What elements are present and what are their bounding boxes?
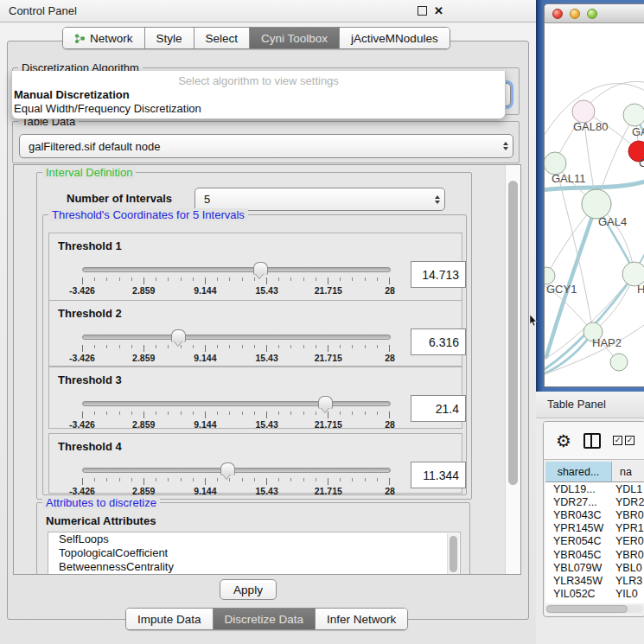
list-scrollbar[interactable] bbox=[447, 533, 459, 575]
cell-name[interactable]: YER0 bbox=[611, 535, 644, 547]
checkbox-icon[interactable]: ✓ bbox=[625, 436, 634, 445]
table-row[interactable]: YER054CYER0 bbox=[545, 535, 644, 548]
scale-tick-label: 28 bbox=[385, 285, 395, 296]
number-of-intervals-combobox[interactable]: 5 bbox=[194, 188, 445, 211]
scale-tick-label: 2.859 bbox=[132, 486, 155, 496]
slider-track[interactable] bbox=[82, 335, 391, 340]
threshold-panel-3: Threshold 3-3.4262.8599.14415.4321.71528… bbox=[48, 367, 462, 429]
scale-tick-label: 9.144 bbox=[194, 486, 216, 496]
tab-jactivemnodules[interactable]: jActiveMNodules bbox=[340, 28, 450, 48]
cell-name[interactable]: YDL1 bbox=[611, 483, 644, 495]
threshold-value-field[interactable]: 6.316 bbox=[411, 328, 466, 355]
network-graph[interactable]: GAL80GACGAL11GAL4GCY1HHAP2 bbox=[545, 23, 644, 386]
table-row[interactable]: YBR045CYBR0 bbox=[545, 548, 644, 561]
cell-name[interactable]: YIL0 bbox=[611, 588, 644, 600]
list-item-betweennesscentrality[interactable]: BetweennessCentrality bbox=[48, 560, 460, 574]
network-node[interactable] bbox=[610, 354, 628, 371]
tab-impute-data[interactable]: Impute Data bbox=[126, 609, 214, 629]
scale-tick-label: -3.426 bbox=[69, 353, 95, 363]
cell-name[interactable]: YDR2 bbox=[611, 496, 644, 508]
apply-button[interactable]: Apply bbox=[220, 579, 277, 600]
slider-track[interactable] bbox=[82, 468, 391, 473]
cell-name[interactable]: YBL0 bbox=[611, 562, 644, 574]
cell-name[interactable]: YLR3 bbox=[611, 575, 644, 587]
table-data-value: galFiltered.sif default node bbox=[20, 140, 498, 153]
cell-name[interactable]: YBR0 bbox=[611, 509, 644, 521]
table-header: shared... na bbox=[545, 462, 644, 482]
numerical-attributes-list[interactable]: SelfLoopsTopologicalCoefficientBetweenne… bbox=[48, 532, 461, 575]
table-data-combobox[interactable]: galFiltered.sif default node bbox=[19, 134, 513, 158]
cell-shared-name[interactable]: YDL19... bbox=[545, 483, 611, 495]
list-item-topologicalcoefficient[interactable]: TopologicalCoefficient bbox=[48, 546, 460, 560]
scale-tick-label: 2.859 bbox=[132, 285, 155, 296]
popup-item-equal-width-frequency[interactable]: Equal Width/Frequency Discretization bbox=[12, 101, 505, 115]
close-icon[interactable]: ✕ bbox=[434, 6, 443, 16]
cell-shared-name[interactable]: YLR345W bbox=[545, 575, 611, 587]
scale-tick-label: 15.43 bbox=[255, 486, 277, 496]
vertical-scrollbar[interactable] bbox=[505, 165, 520, 574]
threshold-value-field[interactable]: 14.713 bbox=[411, 261, 466, 288]
table-row[interactable]: YDR27...YDR2 bbox=[545, 495, 644, 508]
table-row[interactable]: YBR043CYBR0 bbox=[545, 508, 644, 521]
threshold-value-field[interactable]: 21.4 bbox=[411, 395, 466, 422]
network-view[interactable]: GAL80GACGAL11GAL4GCY1HHAP2 bbox=[545, 23, 644, 386]
zoom-window-icon[interactable] bbox=[587, 9, 597, 19]
tab-infer-network[interactable]: Infer Network bbox=[316, 609, 407, 629]
list-item-selfloops[interactable]: SelfLoops bbox=[48, 532, 460, 546]
slider-thumb[interactable] bbox=[171, 329, 186, 342]
cell-name[interactable]: YBR0 bbox=[611, 549, 644, 561]
scale-tick-label: 9.144 bbox=[194, 285, 216, 296]
minimize-window-icon[interactable] bbox=[570, 9, 580, 19]
cell-shared-name[interactable]: YDR27... bbox=[545, 496, 611, 508]
tab-label: Cyni Toolbox bbox=[261, 32, 328, 45]
scale-tick-label: 15.43 bbox=[255, 285, 277, 296]
bottom-tab-bar: Impute DataDiscretize DataInfer Network bbox=[125, 608, 408, 630]
spinner-icon bbox=[430, 195, 444, 204]
threshold-value-field[interactable]: 11.344 bbox=[411, 462, 466, 488]
network-node[interactable] bbox=[582, 189, 611, 219]
network-node[interactable] bbox=[545, 267, 555, 284]
table-panel-box: ⚙ ✓ ✓ shared... na YDL19...YDL1YDR27...Y… bbox=[543, 421, 644, 617]
cell-name[interactable]: YPR1 bbox=[611, 522, 644, 534]
tab-select[interactable]: Select bbox=[194, 28, 251, 48]
slider-track[interactable] bbox=[82, 401, 391, 406]
split-view-icon[interactable] bbox=[583, 433, 601, 449]
network-window-frame: GAL80GACGAL11GAL4GCY1HHAP2 bbox=[536, 0, 644, 392]
table-row[interactable]: YBL079WYBL0 bbox=[545, 561, 644, 574]
checkbox-icon[interactable]: ✓ bbox=[613, 436, 622, 445]
table-row[interactable]: YDL19...YDL1 bbox=[545, 482, 644, 495]
table-row[interactable]: YPR145WYPR1 bbox=[545, 522, 644, 535]
node-label: GAL11 bbox=[552, 172, 586, 185]
close-window-icon[interactable] bbox=[552, 9, 563, 19]
network-window-titlebar bbox=[545, 4, 644, 23]
tab-cyni-toolbox[interactable]: Cyni Toolbox bbox=[250, 28, 340, 48]
cell-shared-name[interactable]: YPR145W bbox=[545, 522, 611, 534]
slider-thumb[interactable] bbox=[220, 462, 235, 475]
tab-discretize-data[interactable]: Discretize Data bbox=[214, 609, 316, 629]
cell-shared-name[interactable]: YBL079W bbox=[545, 562, 611, 574]
node-label: GAL4 bbox=[598, 215, 627, 228]
node-label: GA bbox=[632, 125, 644, 138]
horizontal-scrollbar[interactable] bbox=[545, 605, 643, 613]
threshold-panel-2: Threshold 2-3.4262.8599.14415.4321.71528… bbox=[48, 300, 462, 367]
slider-thumb[interactable] bbox=[253, 262, 268, 275]
gear-icon[interactable]: ⚙ bbox=[556, 432, 571, 450]
tab-style[interactable]: Style bbox=[145, 28, 194, 48]
slider-thumb[interactable] bbox=[318, 396, 333, 409]
cell-shared-name[interactable]: YBR043C bbox=[545, 509, 611, 521]
node-label: HAP2 bbox=[592, 336, 622, 349]
scale-tick-label: 21.715 bbox=[315, 419, 342, 430]
slider-track[interactable] bbox=[82, 267, 391, 272]
popup-item-manual-discretization[interactable]: Manual Discretization bbox=[12, 87, 505, 101]
slider-scale: -3.4262.8599.14415.4321.71528 bbox=[82, 419, 390, 430]
cell-shared-name[interactable]: YBR045C bbox=[545, 549, 611, 561]
column-header-name[interactable]: na bbox=[612, 462, 644, 481]
tab-network[interactable]: Network bbox=[63, 28, 145, 48]
float-panel-icon[interactable] bbox=[418, 6, 427, 16]
table-row[interactable]: YIL052CYIL0 bbox=[545, 588, 644, 601]
network-node[interactable] bbox=[623, 104, 644, 126]
cell-shared-name[interactable]: YER054C bbox=[545, 535, 611, 547]
cell-shared-name[interactable]: YIL052C bbox=[545, 588, 611, 600]
column-header-shared-name[interactable]: shared... bbox=[545, 462, 612, 481]
table-row[interactable]: YLR345WYLR3 bbox=[545, 574, 644, 587]
